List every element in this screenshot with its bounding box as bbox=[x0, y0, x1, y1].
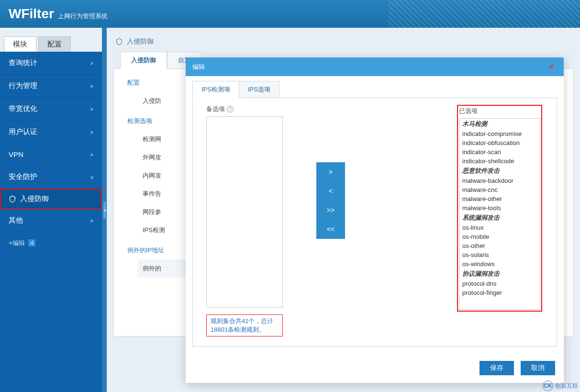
move-right-button[interactable]: > bbox=[316, 162, 345, 181]
modal-title: 编辑 bbox=[192, 63, 205, 71]
menu-query-stats[interactable]: 查询统计 > bbox=[0, 52, 102, 75]
side-tab-config[interactable]: 配置 bbox=[38, 36, 71, 52]
chevron-right-icon: > bbox=[90, 106, 93, 112]
menu-security[interactable]: 安全防护 v bbox=[0, 166, 102, 189]
close-icon: ✕ bbox=[549, 63, 554, 70]
edit-label: +编辑 bbox=[9, 239, 25, 246]
menu-bandwidth[interactable]: 带宽优化 > bbox=[0, 98, 102, 121]
side-tab-modules[interactable]: 模块 bbox=[4, 36, 36, 52]
modal-body: IPS检测项 IPS选项 备选项 ? 规则集合共41个，总计18801条检测规则… bbox=[186, 76, 564, 355]
edit-badge: 4 bbox=[28, 239, 35, 246]
move-all-left-button[interactable]: << bbox=[316, 220, 345, 239]
help-icon[interactable]: ? bbox=[227, 106, 234, 112]
available-label-text: 备选项 bbox=[206, 105, 225, 113]
available-label: 备选项 ? bbox=[206, 105, 283, 113]
modal-close-button[interactable]: ✕ bbox=[546, 62, 557, 71]
menu-vpn[interactable]: VPN > bbox=[0, 144, 102, 166]
chevron-right-icon: > bbox=[90, 83, 93, 89]
selected-column: 已选项 木马检测indicator-compromiseindicator-ob… bbox=[457, 105, 542, 312]
list-item[interactable]: malware-other bbox=[459, 194, 540, 203]
list-item[interactable]: os-solaris bbox=[459, 250, 540, 259]
move-all-right-button[interactable]: >> bbox=[316, 201, 345, 220]
modal-header: 编辑 ✕ bbox=[186, 57, 564, 76]
list-item[interactable]: malware-cnc bbox=[459, 185, 540, 194]
list-item[interactable]: os-windows bbox=[459, 259, 540, 269]
chevron-right-icon: > bbox=[90, 129, 93, 135]
save-button[interactable]: 保存 bbox=[480, 361, 514, 375]
modal-panel: 备选项 ? 规则集合共41个，总计18801条检测规则。 > < >> << 已… bbox=[192, 98, 557, 347]
sidebar-collapse-handle[interactable]: ◂ bbox=[102, 28, 107, 392]
menu-user-auth[interactable]: 用户认证 > bbox=[0, 121, 102, 144]
header-decoration bbox=[389, 0, 580, 28]
menu-label: VPN bbox=[9, 150, 23, 158]
selected-listbox[interactable]: 木马检测indicator-compromiseindicator-obfusc… bbox=[459, 118, 540, 310]
menu-label: 行为管理 bbox=[9, 81, 37, 90]
sidebar-edit-link[interactable]: +编辑 4 bbox=[0, 232, 102, 254]
brand-name: WFilter bbox=[9, 6, 54, 22]
menu-label: 用户认证 bbox=[9, 127, 37, 136]
menu-label: 带宽优化 bbox=[9, 104, 37, 113]
list-item[interactable]: 协议漏洞攻击 bbox=[459, 269, 540, 279]
list-item[interactable]: 木马检测 bbox=[459, 119, 540, 129]
list-item[interactable]: indicator-shellcode bbox=[459, 157, 540, 166]
collapse-arrow-icon: ◂ bbox=[103, 202, 106, 219]
list-item[interactable]: os-other bbox=[459, 241, 540, 250]
chevron-right-icon: > bbox=[90, 152, 93, 157]
menu-other[interactable]: 其他 > bbox=[0, 209, 102, 232]
shield-icon bbox=[9, 195, 16, 203]
watermark-icon: CK bbox=[543, 381, 553, 391]
list-item[interactable]: indicator-scan bbox=[459, 147, 540, 157]
rule-summary-text: 规则集合共41个，总计18801条检测规则。 bbox=[206, 314, 283, 336]
list-item[interactable]: indicator-compromise bbox=[459, 129, 540, 138]
list-item[interactable]: indicator-obfuscation bbox=[459, 138, 540, 147]
menu-behavior[interactable]: 行为管理 > bbox=[0, 75, 102, 98]
breadcrumb-text: 入侵防御 bbox=[127, 37, 154, 46]
app-header: WFilter 上网行为管理系统 bbox=[0, 0, 580, 28]
shield-outline-icon bbox=[115, 38, 123, 45]
modal-footer: 保存 取消 bbox=[186, 355, 564, 383]
menu-label: 其他 bbox=[9, 216, 23, 225]
list-item[interactable]: os-mobile bbox=[459, 232, 540, 241]
list-item[interactable]: protocol-dns bbox=[459, 279, 540, 288]
page-tab-intrusion[interactable]: 入侵防御 bbox=[120, 52, 167, 69]
menu-label: 查询统计 bbox=[9, 58, 37, 67]
modal-tab-ips-items[interactable]: IPS检测项 bbox=[192, 81, 239, 98]
list-item[interactable]: protocol-finger bbox=[459, 288, 540, 297]
cancel-button[interactable]: 取消 bbox=[521, 361, 555, 375]
breadcrumb: 入侵防御 bbox=[115, 37, 571, 46]
list-item[interactable]: 恶意软件攻击 bbox=[459, 166, 540, 176]
sidebar: 模块 配置 查询统计 > 行为管理 > 带宽优化 > 用户认证 > VPN > … bbox=[0, 28, 102, 392]
chevron-down-icon: v bbox=[91, 174, 94, 180]
submenu-label: 入侵防御 bbox=[20, 194, 49, 203]
chevron-right-icon: > bbox=[90, 60, 93, 66]
brand-subtitle: 上网行为管理系统 bbox=[58, 12, 108, 21]
modal-tab-ips-options[interactable]: IPS选项 bbox=[239, 81, 279, 98]
sidebar-top-tabs: 模块 配置 bbox=[0, 28, 102, 52]
watermark-text: 创新互联 bbox=[555, 382, 578, 390]
available-column: 备选项 ? 规则集合共41个，总计18801条检测规则。 bbox=[206, 105, 283, 336]
transfer-buttons: > < >> << bbox=[316, 162, 345, 239]
modal-tabs: IPS检测项 IPS选项 bbox=[192, 81, 557, 98]
dual-listbox: 备选项 ? 规则集合共41个，总计18801条检测规则。 > < >> << 已… bbox=[201, 105, 548, 336]
move-left-button[interactable]: < bbox=[316, 181, 345, 201]
list-item[interactable]: malware-backdoor bbox=[459, 176, 540, 185]
edit-modal: 编辑 ✕ IPS检测项 IPS选项 备选项 ? 规则集合共41个，总计18801… bbox=[186, 57, 564, 383]
list-item[interactable]: os-linux bbox=[459, 223, 540, 232]
selected-label: 已选项 bbox=[459, 107, 540, 115]
list-item[interactable]: 系统漏洞攻击 bbox=[459, 213, 540, 223]
submenu-intrusion-prevention[interactable]: 入侵防御 bbox=[0, 189, 102, 209]
menu-label: 安全防护 bbox=[9, 172, 37, 181]
chevron-right-icon: > bbox=[90, 218, 93, 224]
watermark: CK 创新互联 bbox=[543, 381, 578, 391]
available-listbox[interactable] bbox=[206, 116, 283, 308]
list-item[interactable]: malware-tools bbox=[459, 203, 540, 213]
